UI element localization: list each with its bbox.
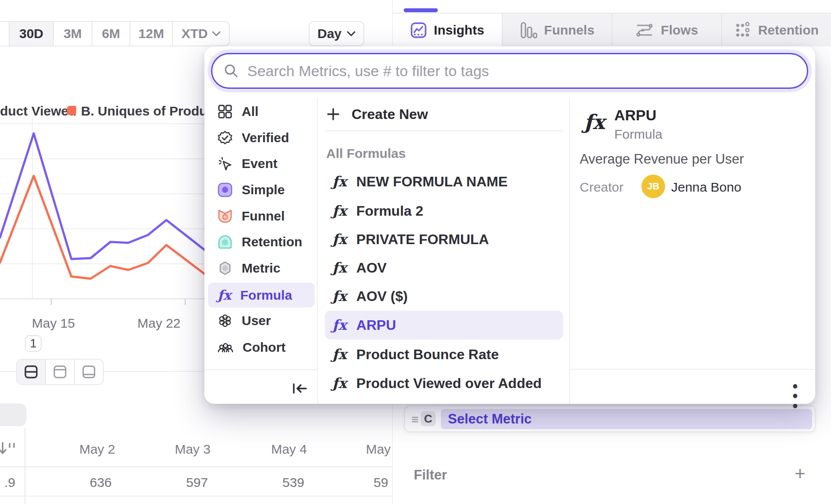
collapse-sidebar-icon[interactable] — [290, 380, 309, 397]
funnel-shield-icon — [218, 209, 232, 224]
formula-fx-icon: ƒx — [332, 318, 347, 332]
header-panel-icon — [52, 364, 68, 380]
formula-item[interactable]: ƒx Product Bounce Rate — [325, 340, 563, 369]
sort-icon[interactable] — [0, 440, 18, 458]
category-verified[interactable]: Verified — [208, 126, 315, 150]
formula-fx-icon: ƒx — [332, 289, 347, 303]
formula-section-label: All Formulas — [326, 146, 406, 161]
creator-name: Jenna Bono — [671, 180, 741, 195]
retention-dots-icon — [734, 22, 751, 38]
time-range-30d[interactable]: 30D — [9, 22, 53, 46]
category-event[interactable]: Event — [208, 151, 315, 176]
time-range-group: 30D 3M 6M 12M XTD — [0, 21, 230, 46]
x-tick-may-15: May 15 — [27, 316, 80, 331]
detail-title: ARPU — [614, 107, 656, 124]
category-simple[interactable]: Simple — [208, 178, 315, 202]
breakdown-chip-partial[interactable] — [0, 403, 26, 426]
category-cohort[interactable]: Cohort — [208, 335, 315, 360]
series-b-line — [0, 176, 204, 279]
frozen-column-divider — [25, 428, 25, 504]
table-cell: 539 — [263, 475, 324, 490]
category-metric[interactable]: Metric — [208, 256, 315, 280]
category-user[interactable]: User — [208, 308, 315, 333]
detail-description: Average Revenue per User — [580, 151, 744, 167]
list-divider — [325, 130, 563, 131]
layout-header-panel-button[interactable] — [45, 360, 74, 384]
search-icon — [224, 63, 239, 78]
detail-type: Formula — [614, 127, 662, 142]
tab-funnels[interactable]: Funnels — [502, 14, 612, 46]
category-all[interactable]: All — [208, 99, 315, 124]
formula-item[interactable]: ƒx Product Viewed over Added — [325, 369, 563, 398]
formula-fx-icon: ƒx — [332, 175, 347, 189]
formula-item[interactable]: ƒx AOV ($) — [325, 282, 563, 311]
tab-insights[interactable]: Insights — [393, 14, 502, 46]
formula-item-arpu-selected[interactable]: ƒx ARPU — [325, 311, 563, 340]
formula-fx-icon: ƒx — [332, 376, 347, 390]
formula-item[interactable]: ƒx PRIVATE FORMULA — [325, 225, 563, 254]
footer-panel-icon — [81, 364, 97, 380]
formula-fx-icon: ƒx — [332, 204, 347, 218]
table-header-may4[interactable]: May 4 — [258, 442, 320, 457]
simple-hexagon-icon — [218, 182, 232, 197]
table-cell: 636 — [70, 475, 131, 490]
time-range-6m[interactable]: 6M — [92, 22, 130, 46]
event-cursor-icon — [218, 156, 232, 171]
panel-layout-toggle — [16, 359, 104, 385]
detail-footer-divider — [569, 369, 815, 370]
tab-retention[interactable]: Retention — [721, 14, 831, 46]
formula-item[interactable]: ƒx NEW FORMULA NAME — [325, 167, 563, 196]
plus-icon — [326, 107, 340, 121]
table-header-may2[interactable]: May 2 — [67, 442, 128, 457]
tab-flows[interactable]: Flows — [612, 14, 722, 46]
layout-split-rows-button[interactable] — [17, 360, 45, 384]
user-cluster-icon — [218, 313, 232, 328]
formula-item[interactable]: ƒx AOV — [325, 253, 563, 282]
category-retention[interactable]: Retention — [208, 230, 315, 254]
drag-handle-icon[interactable] — [411, 416, 419, 424]
chevron-down-icon — [212, 31, 221, 37]
view-tabbar: Insights Funnels Flows — [393, 13, 831, 46]
create-new-button[interactable]: Create New — [326, 105, 428, 124]
formula-fx-icon: ƒx — [332, 232, 347, 246]
chart-page-button[interactable]: 1 — [25, 335, 42, 352]
add-filter-button[interactable]: + — [795, 465, 806, 483]
formula-fx-icon: ƒx — [332, 261, 347, 275]
granularity-dropdown[interactable]: Day — [309, 21, 364, 46]
creator-avatar: JB — [641, 175, 665, 198]
time-range-partial[interactable] — [0, 22, 9, 46]
x-tick-may-22: May 22 — [133, 316, 185, 331]
filter-section-label: Filter — [414, 467, 447, 483]
creator-label: Creator — [580, 180, 623, 195]
line-chart[interactable] — [0, 114, 219, 306]
retention-arch-icon — [218, 234, 232, 249]
time-range-xtd[interactable]: XTD — [172, 22, 229, 46]
sidebar-footer-divider — [204, 369, 317, 370]
table-row-divider — [0, 496, 393, 497]
metric-search-input[interactable] — [247, 54, 807, 88]
insights-chart-icon — [410, 22, 427, 38]
more-options-icon[interactable]: ••• — [789, 382, 802, 411]
flows-icon — [635, 22, 654, 38]
table-cell: 597 — [166, 475, 228, 490]
category-formula[interactable]: ƒx Formula — [208, 283, 315, 308]
layout-footer-panel-button[interactable] — [74, 360, 103, 384]
column-divider — [569, 97, 570, 404]
cohort-people-icon — [218, 340, 233, 355]
select-metric-button[interactable]: Select Metric — [441, 409, 812, 429]
formula-fx-icon-large: ƒx — [584, 112, 605, 132]
clause-letter-badge: C — [421, 411, 436, 426]
time-range-3m[interactable]: 3M — [53, 22, 92, 46]
formula-fx-icon: ƒx — [218, 289, 231, 302]
metric-clause-card: C Select Metric — [404, 405, 816, 432]
active-tab-indicator — [404, 8, 438, 12]
metric-hexagon-icon — [218, 261, 232, 276]
column-divider — [317, 97, 318, 404]
category-funnel[interactable]: Funnel — [208, 204, 315, 228]
table-header-partial[interactable]: May — [350, 442, 393, 457]
formula-item[interactable]: ƒx Formula 2 — [325, 196, 563, 225]
table-header-may3[interactable]: May 3 — [162, 442, 223, 457]
app-root: 30D 3M 6M 12M XTD Day duct Viewed B. Uni… — [0, 0, 831, 504]
split-rows-icon — [23, 364, 39, 380]
time-range-12m[interactable]: 12M — [130, 22, 172, 46]
